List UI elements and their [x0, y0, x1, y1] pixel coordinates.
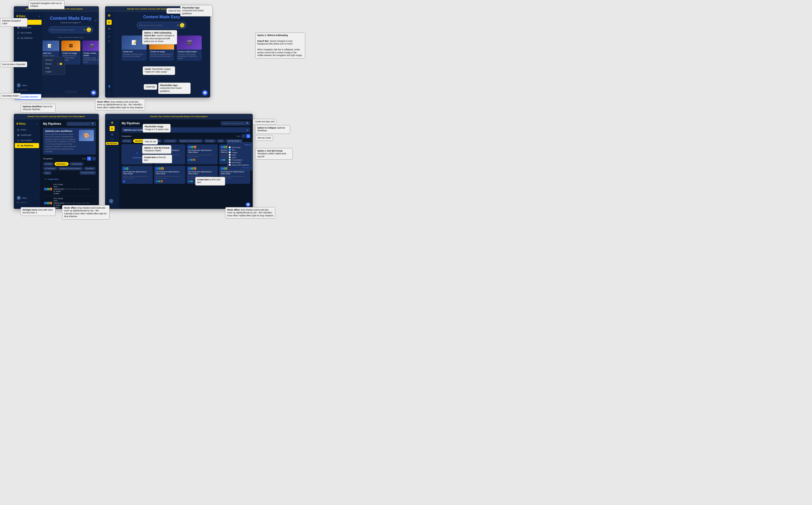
avatar: J [17, 83, 21, 87]
view-list-btn-right[interactable]: ☰ [242, 134, 246, 138]
list-item-title-1: K12 Script from objective(s) to Video Av… [53, 183, 64, 195]
callout-optimize: Optimize Workflow: how-to for using My P… [20, 104, 55, 113]
callout-view-cards: View as Cards [255, 135, 273, 141]
filter-education[interactable]: Education [84, 167, 96, 170]
template-card-4[interactable]: K ✓ K12 Script from objective(s) to Vide… [122, 166, 153, 184]
search-input-right[interactable] [139, 24, 177, 26]
callout-selected-nav: Selected Navigation Label [0, 18, 27, 27]
card-title-avatar: Create a video avatar [82, 51, 99, 57]
filter-all-right[interactable]: All Tools [122, 139, 132, 143]
callout-sort-right: Option 1: Sort By Format *dropdown visib… [255, 148, 293, 160]
optimize-collapsed: Optimize your workflows! ∨ [122, 127, 250, 133]
search-pipelines-left[interactable]: 🔍 [66, 122, 96, 126]
home-icon-br[interactable]: ⊞ [110, 126, 115, 131]
sidebar-pipelines-bl[interactable]: ⊟My Pipelines [15, 143, 39, 148]
format-text[interactable]: Text [229, 149, 251, 151]
callout-option1: Option 1: With Subheading Search Bar: Se… [142, 30, 177, 44]
format-pipeline[interactable]: Daisy-Chain Pipelines [229, 164, 251, 166]
popup-logout[interactable]: Logout [44, 70, 64, 73]
filter-other-right[interactable]: Other [217, 139, 225, 143]
filter-business[interactable]: Business Communications [58, 167, 83, 170]
format-audio[interactable]: Audio [229, 156, 251, 158]
filter-social[interactable]: Social Media [70, 162, 84, 166]
view-card-btn[interactable]: ⊞ [92, 157, 96, 161]
templates-header: Templates View: ☰ ⊞ [43, 157, 96, 161]
content-icon-br[interactable]: ◫ [111, 138, 113, 140]
format-images[interactable]: Images [229, 151, 251, 153]
callout-cards: Cards: Placeholder Images *Option for vi… [143, 66, 175, 75]
view-list-btn[interactable]: ☰ [87, 157, 91, 161]
mockup-pipelines-list: Elevate Your Content Journey with Daisy'… [14, 114, 99, 209]
theme-toggle[interactable] [57, 62, 62, 65]
filter-business-right[interactable]: Business Communications [178, 139, 203, 143]
user-row[interactable]: J Jillian ⋮ [16, 82, 40, 88]
search-button[interactable]: 🔍 [87, 27, 91, 32]
pipelines-icon-collapsed[interactable]: ⊟ [108, 40, 110, 42]
card-create-avatar[interactable]: 🎬 Create a video avatar Generate a video… [82, 40, 99, 64]
heart-card-1[interactable]: ♡ [182, 159, 184, 161]
sidebar-home-bl[interactable]: ⊞Home [15, 127, 39, 132]
expand-icon[interactable]: » [108, 92, 110, 95]
card-right-avatar[interactable]: 🎬 Create a video avatar Generate a video… [177, 35, 202, 61]
pipelines-active-br[interactable]: My Pipelines [106, 142, 118, 145]
search-input-right-br[interactable] [223, 123, 245, 124]
format-video[interactable]: Video [229, 154, 251, 156]
view-card-btn-right[interactable]: ⊞ [246, 134, 250, 138]
expand-arrows-icon[interactable]: » [92, 19, 93, 21]
filter-ecommerce[interactable]: e-Commerce [43, 167, 57, 170]
dashboard-icon-collapsed[interactable]: ▦ [108, 27, 110, 30]
sidebar-item-my-pipelines[interactable]: ⊟ My Pipelines [15, 35, 41, 40]
create-new-list-row[interactable]: ＋ Create New [43, 176, 96, 182]
callout-collapse-opt: Option to Collapse Optimize Workflows [255, 125, 290, 134]
clear-all-btn[interactable]: Clear all [229, 144, 251, 146]
chat-button-right[interactable]: 💬 [202, 90, 208, 96]
dashboard-icon-br[interactable]: ▦ [111, 133, 113, 136]
heart-card-5[interactable]: ♡ [182, 180, 184, 182]
user-icon-collapsed[interactable]: 👤 [108, 85, 111, 88]
heart-card-2[interactable]: ♡ [215, 159, 216, 161]
search-pipelines-input[interactable] [68, 123, 91, 125]
filter-other[interactable]: Other [43, 171, 51, 175]
popup-help[interactable]: Help [44, 66, 64, 70]
template-card-2[interactable]: K ✓ ▶ K12 Script from objective(s) to Vi… [187, 144, 218, 164]
collapse-button[interactable]: « [38, 15, 40, 17]
logo-br: ✿ [111, 121, 113, 124]
format-multimodal[interactable]: Multi-Modal [229, 161, 251, 163]
template-card-5[interactable]: K ✓ ▶ K12 Script from objective(s) to Vi… [154, 166, 185, 184]
list-item-1[interactable]: K ✓ ▶ K12 Script from objective(s) to Vi… [43, 182, 96, 196]
filter-marketing[interactable]: Marketing × [54, 162, 69, 166]
collapse-btn-bl[interactable]: « [36, 122, 37, 125]
popup-theme[interactable]: Theme [44, 62, 64, 66]
templates-label-right: Templates [122, 135, 131, 137]
filter-all-tools[interactable]: All Tools [43, 162, 53, 166]
list-icon-blue-1: K [44, 188, 46, 190]
callout-option2: Option 2: Without Subheading Search Bar:… [255, 32, 305, 58]
heart-icon-1[interactable]: ♡ [93, 188, 95, 190]
user-row-bl[interactable]: M Maca ⋮ [16, 195, 38, 201]
creator-row: ✿ creatorup [16, 88, 40, 92]
search-button-right[interactable]: 🔍 [180, 23, 184, 27]
format-presentations[interactable]: Presentations [229, 159, 251, 161]
popup-account[interactable]: Account [44, 58, 64, 62]
sort-dropdown-left[interactable]: Sort by Format ▾ [80, 171, 96, 175]
search-input[interactable] [50, 29, 84, 31]
popup-menu: Account Theme Help Logout [42, 57, 65, 75]
content-icon-collapsed[interactable]: ◫ [108, 35, 110, 37]
collapse-optimize-btn[interactable]: ∨ [247, 129, 248, 131]
see-less-btn[interactable]: See less ∧ [229, 167, 251, 169]
sidebar-content-bl[interactable]: ◫My Content [15, 138, 39, 143]
sidebar-dashboard-bl[interactable]: ▦Dashboard [15, 133, 39, 138]
chat-btn-br[interactable]: 💬 [246, 202, 250, 207]
heart-card-4[interactable]: ♡ [149, 180, 151, 182]
search-pipelines-right[interactable]: 🔍 [221, 121, 250, 125]
home-icon-collapsed[interactable]: ⊞ [107, 20, 112, 25]
format-all[interactable]: All Formats [229, 146, 251, 148]
mockup-collapsed-nav: Elevate Your Content Journey with Daisy'… [105, 6, 210, 98]
filter-education-right[interactable]: Education [204, 139, 216, 143]
heart-icon-2[interactable]: ♡ [93, 202, 95, 204]
sidebar-item-my-content[interactable]: ◫ My Content [15, 30, 41, 35]
heart-card-7[interactable]: ♡ [247, 180, 249, 182]
settings-icon[interactable]: ⚙ [95, 19, 97, 22]
filter-ecommerce-right[interactable]: e-Commerce [163, 139, 177, 143]
create-plus-big-icon: ＋ [135, 150, 139, 156]
